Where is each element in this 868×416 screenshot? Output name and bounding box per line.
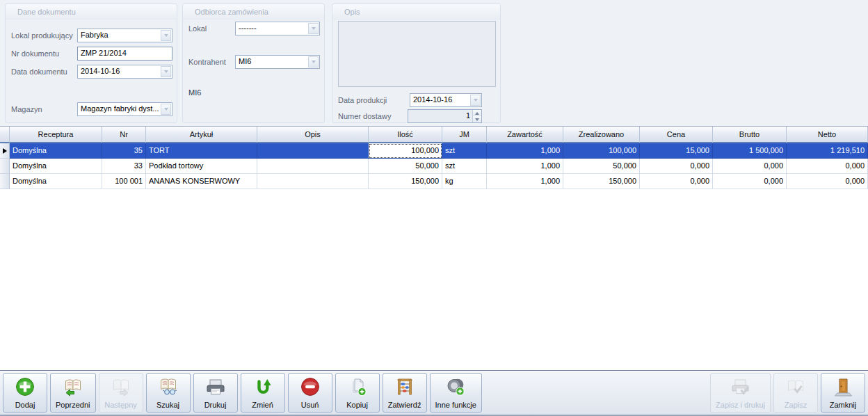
cell-zrealizowano: 50,000: [563, 159, 640, 174]
toolbar-button-search[interactable]: Szukaj: [146, 373, 191, 413]
numer-dostawy-label: Numer dostawy: [338, 112, 391, 120]
toolbar-left-group: DodajPoprzedniNastępnySzukajDrukujZmieńU…: [3, 373, 482, 413]
table-row[interactable]: Domyślna35TORT100,000szt1,000100,00015,0…: [0, 143, 868, 159]
production-order-window: Dane dokumentu Lokal produkujący Fabryka…: [0, 0, 868, 416]
column-header-brutto[interactable]: Brutto: [713, 127, 787, 143]
lokal-produkujacy-label: Lokal produkujący: [11, 31, 73, 40]
cell-brutto: 0,000: [713, 159, 787, 174]
print-icon: [205, 376, 226, 398]
toolbar-button-label: Kopiuj: [346, 401, 368, 409]
toolbar-right-group: Zapisz i drukujZapiszZamknij: [710, 373, 865, 413]
chevron-down-icon[interactable]: [161, 30, 171, 41]
current-row-marker[interactable]: [0, 143, 10, 159]
chevron-down-icon[interactable]: [308, 23, 319, 34]
copy-icon: [347, 376, 368, 398]
toolbar-button-previous[interactable]: Poprzedni: [50, 373, 96, 413]
chevron-down-icon[interactable]: [470, 95, 481, 106]
toolbar-button-other-functions[interactable]: Inne funkcje: [430, 373, 482, 413]
items-grid: RecepturaNrArtykułOpisIlośćJMZawartośćZr…: [0, 127, 868, 370]
cell-zrealizowano: 150,000: [563, 174, 640, 189]
next-icon: [111, 376, 131, 398]
row-selector[interactable]: [0, 159, 10, 174]
kontrahent-name-text: MI6: [188, 88, 201, 97]
spin-down-icon[interactable]: [473, 116, 481, 122]
toolbar-button-label: Zmień: [252, 401, 273, 409]
form-area: Dane dokumentu Lokal produkujący Fabryka…: [0, 0, 868, 127]
table-row[interactable]: Domyślna33Podkład tortowy50,000szt1,0005…: [0, 159, 868, 174]
toolbar-button-close[interactable]: Zamknij: [821, 373, 865, 413]
cell-cena: 0,000: [640, 174, 713, 189]
column-header-opis[interactable]: Opis: [257, 127, 369, 143]
cell-netto: 0,000: [787, 174, 868, 189]
toolbar-button-change[interactable]: Zmień: [241, 373, 285, 413]
toolbar-button-copy[interactable]: Kopiuj: [335, 373, 380, 413]
magazyn-combo[interactable]: Magazyn fabryki dyst...: [77, 102, 172, 116]
column-header-nr[interactable]: Nr: [102, 127, 146, 143]
column-header-artykul[interactable]: Artykuł: [146, 127, 257, 143]
column-header-jm[interactable]: JM: [442, 127, 487, 143]
toolbar-button-approve[interactable]: Zatwierdź: [383, 373, 427, 413]
cell-netto: 0,000: [787, 159, 868, 174]
cell-receptura: Domyślna: [10, 159, 102, 174]
data-produkcji-combo[interactable]: 2014-10-16: [410, 93, 482, 107]
opis-textarea[interactable]: [338, 21, 496, 87]
toolbar-button-delete[interactable]: Usuń: [288, 373, 332, 413]
column-header-cena[interactable]: Cena: [640, 127, 713, 143]
previous-icon: [63, 376, 83, 398]
cell-artykul: Podkład tortowy: [146, 159, 257, 174]
cell-nr: 33: [102, 159, 146, 174]
column-header-zrealizowano[interactable]: Zrealizowano: [563, 127, 640, 143]
nr-dokumentu-label: Nr dokumentu: [11, 49, 59, 58]
approve-icon: [394, 376, 415, 398]
toolbar-button-save-print[interactable]: Zapisz i drukuj: [710, 373, 771, 413]
row-arrow-icon: [3, 148, 7, 154]
grid-header: RecepturaNrArtykułOpisIlośćJMZawartośćZr…: [0, 127, 868, 143]
toolbar-button-label: Następny: [104, 401, 136, 409]
cell-zawartosc: 1,000: [487, 174, 563, 189]
bottom-toolbar: DodajPoprzedniNastępnySzukajDrukujZmieńU…: [0, 370, 868, 416]
cell-jm: kg: [442, 174, 487, 189]
cell-brutto: 1 500,000: [713, 143, 787, 159]
numer-dostawy-stepper[interactable]: 1: [408, 109, 482, 123]
cell-cena: 0,000: [640, 159, 713, 174]
save-print-icon: [730, 376, 751, 398]
cell-opis: [257, 159, 369, 174]
cell-opis: [257, 174, 369, 189]
toolbar-button-add[interactable]: Dodaj: [3, 373, 47, 413]
cell-artykul: ANANAS KONSERWOWY: [146, 174, 257, 189]
table-row[interactable]: Domyślna100 001ANANAS KONSERWOWY150,000k…: [0, 174, 868, 189]
panel-dane-dokumentu: Dane dokumentu Lokal produkujący Fabryka…: [5, 3, 177, 123]
nr-dokumentu-input[interactable]: ZMP 21/2014: [77, 47, 172, 61]
kontrahent-combo[interactable]: MI6: [235, 55, 320, 69]
cell-jm: szt: [442, 159, 487, 174]
row-selector[interactable]: [0, 174, 10, 189]
toolbar-button-next[interactable]: Następny: [99, 373, 143, 413]
panel-opis: Opis Data produkcji 2014-10-16 Numer dos…: [332, 3, 501, 123]
magazyn-label: Magazyn: [11, 105, 42, 113]
toolbar-button-save[interactable]: Zapisz: [773, 373, 818, 413]
chevron-down-icon[interactable]: [161, 66, 171, 77]
panel-odbiorca-zamowienia: Odbiorca zamówienia Lokal ------- Kontra…: [182, 3, 325, 123]
data-produkcji-label: Data produkcji: [338, 96, 387, 104]
spin-up-icon[interactable]: [473, 110, 481, 116]
save-icon: [785, 376, 806, 398]
chevron-down-icon[interactable]: [308, 56, 319, 67]
toolbar-button-label: Szukaj: [156, 401, 179, 409]
cell-zawartosc: 1,000: [487, 159, 563, 174]
data-dokumentu-combo[interactable]: 2014-10-16: [77, 65, 172, 79]
panel-title: Odbiorca zamówienia: [183, 4, 324, 19]
cell-ilosc: 50,000: [369, 159, 442, 174]
row-selector-header[interactable]: [0, 127, 10, 143]
column-header-receptura[interactable]: Receptura: [10, 127, 102, 143]
toolbar-button-label: Zatwierdź: [388, 401, 421, 409]
lokal-produkujacy-combo[interactable]: Fabryka: [77, 29, 172, 42]
column-header-zawartosc[interactable]: Zawartość: [487, 127, 563, 143]
chevron-down-icon[interactable]: [161, 104, 171, 115]
toolbar-button-label: Zapisz: [785, 401, 807, 409]
column-header-ilosc[interactable]: Ilość: [369, 127, 442, 143]
cell-ilosc: 150,000: [369, 174, 442, 189]
column-header-netto[interactable]: Netto: [787, 127, 868, 143]
toolbar-button-print[interactable]: Drukuj: [193, 373, 238, 413]
quantity-editor-cell[interactable]: 100,000: [369, 143, 442, 159]
lokal-combo[interactable]: -------: [235, 22, 320, 35]
